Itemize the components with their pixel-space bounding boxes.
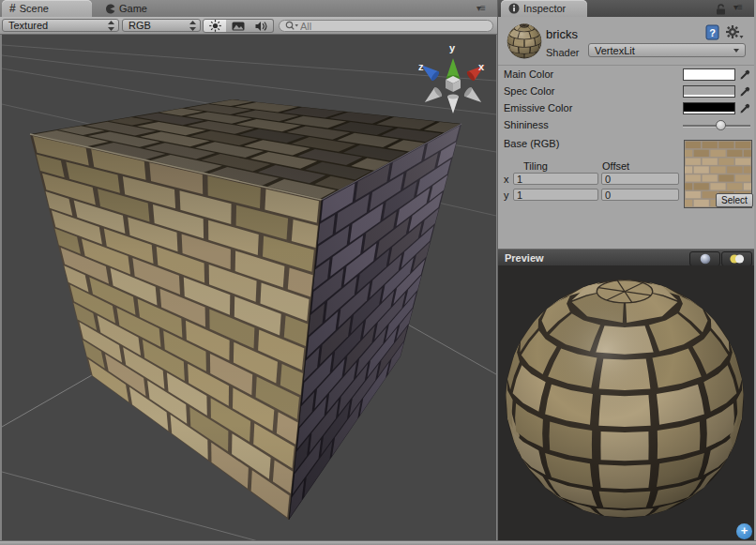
tab-inspector-label: Inspector	[523, 3, 566, 14]
preview-model-button[interactable]	[689, 251, 720, 266]
chevron-down-icon	[733, 49, 739, 53]
preview-sphere	[498, 265, 754, 540]
gear-icon[interactable]	[725, 24, 744, 40]
tab-game-label: Game	[119, 3, 147, 14]
scene-toolbar: Textured RGB	[0, 17, 497, 35]
offset-x-input[interactable]	[601, 173, 679, 185]
tab-scene-label: Scene	[20, 3, 49, 14]
scene-grid-icon: #	[9, 2, 16, 15]
gizmo-x-label: x	[478, 61, 485, 72]
color-mode-value: RGB	[129, 20, 151, 31]
main-color-label: Main Color	[504, 68, 553, 80]
color-mode-dropdown[interactable]: RGB	[122, 19, 201, 32]
image-icon	[232, 22, 245, 31]
emissive-color-swatch[interactable]	[683, 102, 735, 114]
gizmo-y-label: y	[449, 42, 456, 53]
shader-dropdown[interactable]: VertexLit	[588, 43, 746, 57]
draw-mode-value: Textured	[8, 20, 48, 31]
help-icon[interactable]: ?	[705, 24, 720, 40]
preview-lighting-button[interactable]	[721, 251, 752, 266]
sphere-icon	[700, 253, 711, 265]
preview-add-button[interactable]: +	[736, 523, 752, 539]
base-rgb-label: Base (RGB)	[504, 138, 559, 149]
inspector-tabstrip: Inspector ▾≡	[498, 0, 754, 17]
select-texture-button[interactable]: Select	[716, 193, 753, 207]
scene-tabstrip: # Scene Game ▾≡	[0, 0, 497, 17]
tab-game[interactable]: Game	[98, 0, 178, 17]
lights-icon	[729, 253, 745, 265]
scene-lighting-toggle[interactable]	[203, 19, 227, 33]
scene-search-field[interactable]	[279, 20, 493, 32]
draw-mode-dropdown[interactable]: Textured	[2, 19, 119, 32]
info-icon	[508, 3, 520, 14]
tiling-y-axis-label: y	[504, 189, 509, 201]
tiling-y-input[interactable]	[513, 189, 598, 201]
svg-text:?: ?	[709, 27, 716, 38]
speaker-icon	[255, 21, 267, 32]
updown-arrows-icon	[189, 21, 196, 31]
updown-arrows-icon	[108, 21, 114, 31]
spec-color-label: Spec Color	[504, 85, 554, 97]
emissive-color-label: Emissive Color	[504, 102, 572, 114]
inspector-panel: Inspector ▾≡ bricks Shader VertexLit ?	[498, 0, 754, 540]
scene-viewport[interactable]: y x z	[2, 35, 496, 540]
spec-color-swatch[interactable]	[683, 85, 735, 98]
header-divider	[498, 65, 754, 66]
eyedropper-icon[interactable]	[739, 85, 751, 98]
material-sphere-thumbnail	[507, 23, 542, 59]
material-name: bricks	[546, 27, 578, 41]
sun-icon	[209, 20, 221, 32]
search-icon	[285, 21, 298, 31]
tiling-x-input[interactable]	[513, 173, 598, 185]
shader-label: Shader	[546, 47, 579, 58]
tiling-column-label: Tiling	[523, 160, 548, 172]
scene-skybox-toggle[interactable]	[226, 19, 250, 33]
shininess-slider-knob[interactable]	[716, 120, 726, 130]
pacman-icon	[105, 4, 115, 14]
shader-value: VertexLit	[595, 45, 635, 56]
tab-inspector[interactable]: Inspector	[501, 0, 587, 17]
window-bottom-border	[0, 540, 756, 545]
main-color-swatch[interactable]	[683, 68, 735, 81]
eyedropper-icon[interactable]	[739, 68, 751, 81]
eyedropper-icon[interactable]	[739, 102, 751, 114]
preview-title: Preview	[505, 252, 544, 264]
tiling-x-axis-label: x	[504, 174, 509, 185]
scene-panel: # Scene Game ▾≡ Textured RGB	[0, 0, 497, 540]
lock-icon[interactable]	[716, 4, 726, 15]
gizmo-z-label: z	[418, 61, 424, 72]
scene-3d-view: y x z	[2, 35, 496, 540]
preview-header[interactable]: Preview	[498, 249, 754, 265]
tab-scene[interactable]: # Scene	[2, 0, 92, 17]
inspector-panel-menu-icon[interactable]: ▾≡	[733, 2, 742, 12]
preview-body[interactable]	[498, 265, 754, 540]
offset-y-input[interactable]	[601, 189, 679, 201]
scene-audio-toggle[interactable]	[249, 19, 274, 33]
scene-panel-menu-icon[interactable]: ▾≡	[476, 3, 485, 13]
shininess-label: Shininess	[504, 119, 549, 130]
search-input[interactable]	[300, 21, 487, 31]
offset-column-label: Offset	[602, 160, 629, 172]
